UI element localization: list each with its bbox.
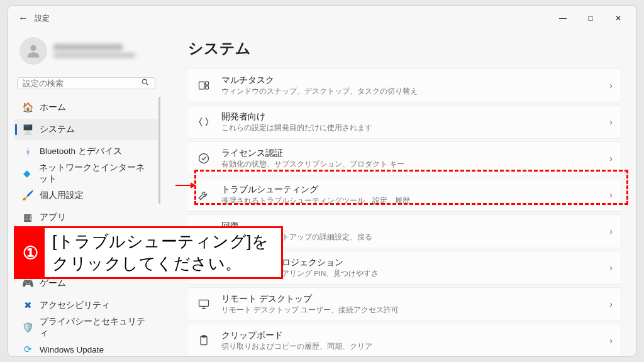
card-title: トラブルシューティング [221, 184, 410, 195]
svg-point-1 [142, 79, 147, 84]
search-input[interactable] [17, 77, 155, 89]
developer-icon [195, 113, 213, 131]
titlebar: ← 設定 ― □ ✕ [8, 6, 636, 31]
sidebar-item-label: プライバシーとセキュリティ [40, 316, 153, 339]
sidebar-item-personalization[interactable]: 🖌️個人用設定 [14, 185, 158, 206]
chevron-right-icon: › [609, 299, 613, 309]
card-desc: これらの設定は開発目的だけに使用されます [221, 123, 372, 133]
svg-rect-3 [199, 82, 204, 89]
system-icon: 🖥️ [22, 124, 33, 135]
settings-list: マルチタスクウィンドウのスナップ、デスクトップ、タスクの切り替え › 開発者向け… [187, 69, 622, 356]
card-desc: 切り取りおよびコピーの履歴、同期、クリア [221, 342, 372, 351]
card-desc: ウィンドウのスナップ、デスクトップ、タスクの切り替え [221, 87, 418, 96]
search-icon [141, 78, 150, 89]
svg-rect-5 [206, 86, 209, 89]
brush-icon: 🖌️ [22, 190, 33, 201]
home-icon: 🏠 [22, 102, 33, 113]
card-title: マルチタスク [221, 75, 418, 86]
chevron-right-icon: › [609, 117, 613, 127]
svg-rect-4 [206, 82, 209, 85]
sidebar-item-network[interactable]: ◆ネットワークとインターネット [14, 163, 158, 184]
close-button[interactable]: ✕ [604, 9, 632, 28]
sidebar-item-bluetooth[interactable]: ᚼBluetooth とデバイス [14, 141, 158, 162]
sidebar-item-label: 個人用設定 [40, 190, 84, 201]
page-title: システム [188, 38, 622, 58]
remote-icon [195, 295, 213, 313]
card-multitask[interactable]: マルチタスクウィンドウのスナップ、デスクトップ、タスクの切り替え › [187, 69, 622, 102]
sidebar-item-accessibility[interactable]: ✖アクセシビリティ [14, 295, 158, 316]
check-icon [195, 150, 213, 167]
avatar [19, 37, 47, 65]
card-activation[interactable]: ライセンス認証有効化の状態、サブスクリプション、プロダクト キー › [187, 141, 622, 175]
sidebar-item-label: アクセシビリティ [40, 300, 110, 311]
chevron-right-icon: › [609, 226, 613, 236]
update-icon: ⟳ [22, 344, 33, 355]
sidebar-item-privacy[interactable]: 🛡️プライバシーとセキュリティ [14, 317, 158, 338]
svg-point-6 [199, 154, 209, 163]
window-controls: ― □ ✕ [549, 9, 632, 28]
settings-window: ← 設定 ― □ ✕ 🏠ホーム [8, 5, 636, 357]
card-title: 開発者向け [221, 111, 372, 123]
card-clipboard[interactable]: クリップボード切り取りおよびコピーの履歴、同期、クリア › [187, 324, 622, 356]
maximize-button[interactable]: □ [577, 9, 604, 28]
search-field[interactable] [23, 79, 141, 88]
profile-info [53, 44, 135, 58]
svg-line-2 [147, 84, 148, 85]
sidebar-item-label: ホーム [40, 102, 66, 113]
sidebar-item-label: システム [40, 124, 75, 135]
sidebar-item-label: ゲーム [40, 278, 66, 289]
wifi-icon: ◆ [22, 168, 33, 179]
annotation-number: ① [16, 228, 45, 277]
sidebar-item-label: Windows Update [40, 345, 104, 354]
sidebar-item-home[interactable]: 🏠ホーム [14, 97, 158, 118]
card-developer[interactable]: 開発者向けこれらの設定は開発目的だけに使用されます › [187, 105, 622, 139]
accessibility-icon: ✖ [22, 300, 33, 311]
sidebar-scrollbar[interactable] [158, 97, 160, 204]
wrench-icon [195, 186, 213, 204]
card-remote[interactable]: リモート デスクトップリモート デスクトップ ユーザー、接続アクセス許可 › [187, 287, 622, 321]
sidebar: 🏠ホーム 🖥️システム ᚼBluetooth とデバイス ◆ネットワークとインタ… [8, 31, 164, 356]
annotation-text: [トラブルシューティング]を クリックしてください。 [45, 228, 272, 277]
card-title: クリップボード [221, 330, 372, 341]
multitask-icon [195, 77, 213, 94]
main-content: システム マルチタスクウィンドウのスナップ、デスクトップ、タスクの切り替え › … [164, 31, 636, 356]
chevron-right-icon: › [609, 190, 613, 200]
chevron-right-icon: › [609, 336, 613, 346]
chevron-right-icon: › [609, 153, 613, 163]
svg-point-0 [30, 45, 36, 51]
sidebar-item-label: Bluetooth とデバイス [40, 146, 122, 157]
card-desc: リモート デスクトップ ユーザー、接続アクセス許可 [221, 305, 399, 315]
shield-icon: 🛡️ [22, 322, 33, 333]
svg-rect-8 [199, 300, 209, 306]
back-button[interactable]: ← [12, 13, 35, 24]
sidebar-item-apps[interactable]: ▦アプリ [14, 207, 158, 228]
card-title: リモート デスクトップ [221, 293, 399, 305]
sidebar-item-update[interactable]: ⟳Windows Update [14, 339, 158, 356]
annotation-callout: ① [トラブルシューティング]を クリックしてください。 [14, 226, 283, 279]
clipboard-icon [195, 332, 213, 349]
apps-icon: ▦ [22, 212, 33, 223]
card-desc: 推奨されるトラブルシューティングツール、設定、履歴 [221, 196, 410, 206]
card-troubleshoot[interactable]: トラブルシューティング推奨されるトラブルシューティングツール、設定、履歴 › [187, 178, 622, 212]
sidebar-item-system[interactable]: 🖥️システム [14, 119, 158, 140]
bluetooth-icon: ᚼ [22, 146, 33, 157]
annotation-arrow [175, 185, 194, 186]
app-title: 設定 [35, 13, 50, 24]
chevron-right-icon: › [609, 263, 613, 273]
profile[interactable] [14, 35, 158, 74]
chevron-right-icon: › [609, 80, 613, 90]
gamepad-icon: 🎮 [22, 278, 33, 289]
card-desc: 有効化の状態、サブスクリプション、プロダクト キー [221, 160, 404, 169]
sidebar-item-label: アプリ [40, 212, 66, 223]
minimize-button[interactable]: ― [549, 9, 577, 28]
card-title: ライセンス認証 [221, 148, 404, 159]
sidebar-item-label: ネットワークとインターネット [39, 162, 153, 185]
